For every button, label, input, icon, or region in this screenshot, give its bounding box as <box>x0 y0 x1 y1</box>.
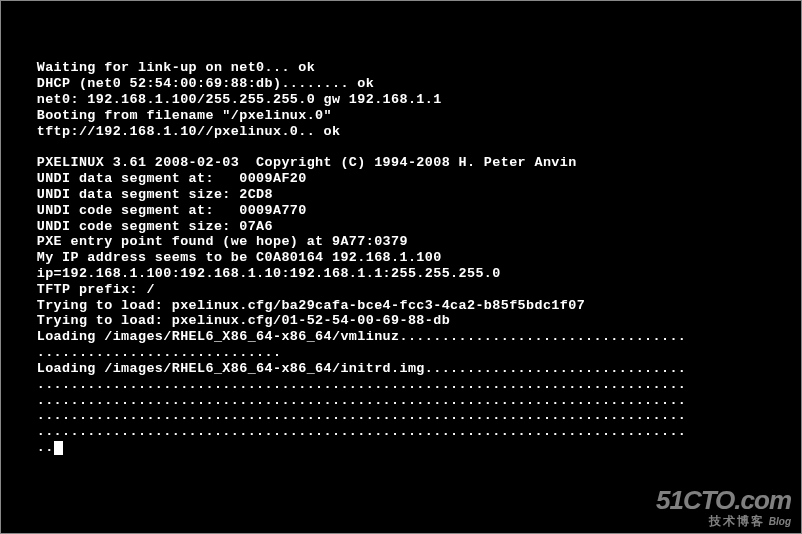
console-line: ............................. <box>3 345 281 360</box>
watermark-sub: 技术博客Blog <box>656 515 791 527</box>
console-line: UNDI data segment at: 0009AF20 <box>3 171 307 186</box>
console-line: net0: 192.168.1.100/255.255.255.0 gw 192… <box>3 92 442 107</box>
console-line: My IP address seems to be C0A80164 192.1… <box>3 250 442 265</box>
console-line: DHCP (net0 52:54:00:69:88:db)........ ok <box>3 76 374 91</box>
console-line: Trying to load: pxelinux.cfg/ba29cafa-bc… <box>3 298 585 313</box>
console-line: ........................................… <box>3 393 686 408</box>
console-line: ip=192.168.1.100:192.168.1.10:192.168.1.… <box>3 266 501 281</box>
console-line: ........................................… <box>3 408 686 423</box>
console-line: Loading /images/RHEL6_X86_64-x86_64/init… <box>3 361 686 376</box>
console-line: .. <box>3 440 54 455</box>
watermark: 51CTO.com 技术博客Blog <box>656 487 791 527</box>
console-line: Booting from filename "/pxelinux.0" <box>3 108 332 123</box>
console-line: PXELINUX 3.61 2008-02-03 Copyright (C) 1… <box>3 155 577 170</box>
console-line: UNDI code segment at: 0009A770 <box>3 203 307 218</box>
console-line: Trying to load: pxelinux.cfg/01-52-54-00… <box>3 313 450 328</box>
watermark-brand: 51CTO.com <box>656 487 791 513</box>
console-line: Loading /images/RHEL6_X86_64-x86_64/vmli… <box>3 329 686 344</box>
console-line: tftp://192.168.1.10//pxelinux.0.. ok <box>3 124 340 139</box>
cursor-icon <box>54 441 63 455</box>
console-line: TFTP prefix: / <box>3 282 155 297</box>
console-line: PXE entry point found (we hope) at 9A77:… <box>3 234 408 249</box>
console-line: Waiting for link-up on net0... ok <box>3 60 315 75</box>
terminal-output: Waiting for link-up on net0... ok DHCP (… <box>1 1 801 462</box>
console-line: ........................................… <box>3 377 686 392</box>
console-line: ........................................… <box>3 424 686 439</box>
console-line: UNDI code segment size: 07A6 <box>3 219 273 234</box>
console-line: UNDI data segment size: 2CD8 <box>3 187 273 202</box>
